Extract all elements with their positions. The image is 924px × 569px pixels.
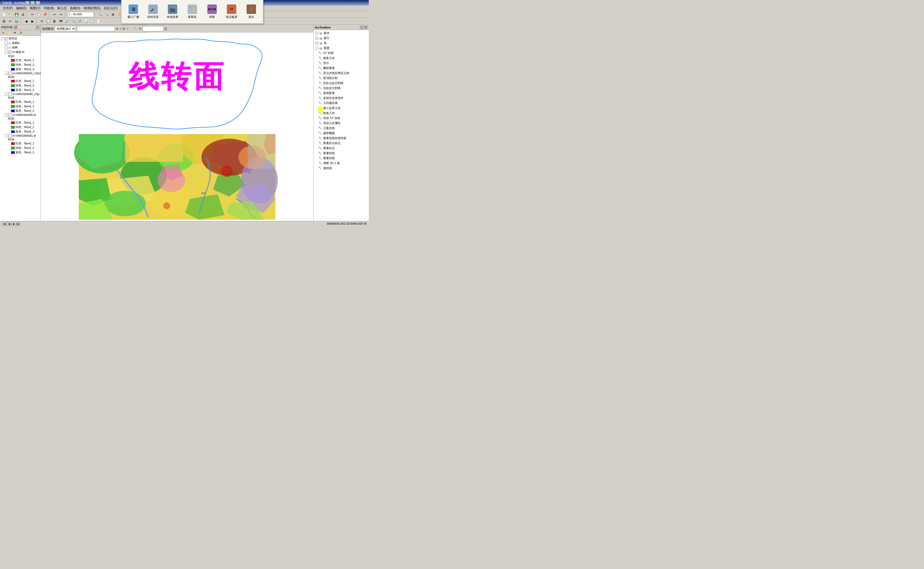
geo-tool3[interactable]: ⊠ (123, 26, 125, 32)
toolbox-item-feat-to-pt[interactable]: 🔧 要素转点 (314, 146, 368, 151)
toolbox-item-add-geom-attr[interactable]: 🔧 添加几何属性 (314, 121, 368, 126)
toc-list-by-visibility[interactable]: 👁 (12, 30, 18, 36)
toc-layer-tif81[interactable]: - 🗃 H48G066081.tif (0, 134, 40, 137)
expand-table[interactable]: + (315, 42, 318, 45)
print-button[interactable]: 🖨 (20, 12, 26, 17)
geo-tool7[interactable]: ⚙ (139, 26, 141, 32)
toc-band-tif81-r[interactable]: 红色：Band_1 (0, 141, 40, 146)
toc-check-clip80[interactable] (8, 93, 12, 96)
arctoolbox-close[interactable]: × (364, 26, 368, 29)
redo-button[interactable]: ↪ (58, 12, 64, 17)
close-button[interactable]: × (36, 1, 40, 5)
magnifier-button[interactable]: 🔎 (64, 18, 70, 24)
new-button[interactable]: 📄 (1, 12, 7, 17)
toolbox-item-unsplit[interactable]: 🔧 取消线分割 (314, 76, 368, 81)
menu-insert[interactable]: 插入(I) (56, 6, 68, 11)
clear-button[interactable]: 🗑 (52, 18, 58, 24)
nav-first-button[interactable]: |◀ (2, 222, 6, 226)
toc-list-by-selection[interactable]: ☑ (18, 30, 24, 36)
toc-expand-mosaic[interactable]: - (5, 50, 8, 54)
toc-expand-research[interactable]: - (1, 37, 4, 40)
table-button[interactable]: 📋 (90, 18, 95, 24)
toc-check-research[interactable] (5, 37, 8, 40)
toc-layer-yuwang[interactable]: ▭ 渔网 (0, 45, 40, 50)
toc-band-tif80-r[interactable]: 红色：Band_1 (0, 120, 40, 125)
rotate-button[interactable]: ↻ (39, 18, 45, 24)
ribbon-btn-voice[interactable]: 🎤 实时语音 (145, 3, 161, 20)
toolbox-item-feat-vertices-to-pts[interactable]: 🔧 要素折点转点 (314, 141, 368, 146)
toc-layer-tif80[interactable]: - 🗃 H48G066080.tif (0, 113, 40, 117)
toc-pin-button[interactable]: 📌 (14, 26, 17, 29)
ribbon-btn-pen[interactable]: ✏️ 屏幕笔 (184, 3, 200, 20)
nav-next-button[interactable]: ▶ (12, 222, 16, 226)
toolbox-item-feat-to-poly[interactable]: 🔧 要素转面 (314, 156, 368, 161)
toolbox-item-envelope-to-poly[interactable]: 🔧 要素包络矩形转面 (314, 135, 368, 141)
expand-index[interactable]: + (315, 37, 318, 40)
toc-list-by-source[interactable]: 📁 (6, 30, 12, 36)
toolbox-item-clip-ellipse[interactable]: 🔧 裁剪椭圆 (314, 131, 368, 135)
editor-button[interactable]: ✏ (8, 18, 13, 24)
toc-check-tif80[interactable] (8, 113, 12, 116)
toc-band-tif80-g[interactable]: 绿色：Band_2 (0, 125, 40, 129)
report-button[interactable]: 📑 (96, 18, 102, 24)
toc-band-tif81-b[interactable]: 蓝色：Band_3 (0, 150, 40, 155)
toolbox-item-max-dist[interactable]: 🔧 大到量距离 (314, 100, 368, 106)
toolbox-item-xy-to-line[interactable]: 🔧 XY 转线 (314, 50, 368, 56)
toc-check-tif81[interactable] (8, 134, 12, 137)
toc-band-clip80-b[interactable]: 蓝色：Band_3 (0, 108, 40, 113)
add-data-button[interactable]: ➕ (1, 18, 7, 24)
map-tip-button[interactable]: 💬 (45, 18, 51, 24)
geo-tool4[interactable]: ✓ (126, 26, 129, 32)
maximize-button[interactable]: □ (30, 1, 35, 5)
toc-close-button[interactable]: × (36, 26, 40, 29)
toolbox-item-points-to-line[interactable]: 🔧 点集转线 (314, 126, 368, 131)
menu-geoprocessing[interactable]: 地理处理(G) (82, 6, 102, 11)
toolbox-item-split[interactable]: 🔧 切分 (314, 61, 368, 65)
toc-band-tif81-g[interactable]: 绿色：Band_2 (0, 146, 40, 150)
geo-tool2[interactable]: + (120, 26, 122, 32)
geo-tool6[interactable]: 🔧 (134, 26, 138, 32)
toolbox-item-repair-geom[interactable]: 🔧 修复几何 (314, 56, 368, 61)
map-area[interactable]: 线转面 (41, 33, 313, 221)
menu-view[interactable]: 视图(V) (28, 6, 42, 11)
toc-expand-tif81[interactable]: - (5, 134, 8, 137)
menu-bookmark[interactable]: 书签(B) (42, 6, 56, 11)
toc-band-clip80-g[interactable]: 绿色：Band_2 (0, 104, 40, 108)
minimize-button[interactable]: _ (25, 1, 29, 5)
ribbon-btn-screenshot[interactable]: ✂ 笔记截屏 (223, 3, 239, 20)
hyperlink-button[interactable]: 🔗 (77, 18, 83, 24)
find-button[interactable]: 🔍 (71, 18, 76, 24)
toolbox-item-split-at-vertices[interactable]: 🔧 在折点处分割线 (314, 81, 368, 85)
geo-search-input[interactable] (143, 26, 164, 31)
toc-check-yuwangty[interactable] (5, 42, 8, 45)
toc-layer-clip1[interactable]: - 🗃 H48G066081_Clip1 (0, 72, 40, 75)
menu-file[interactable]: 文件(F) (1, 6, 15, 11)
zoom-out-button[interactable]: 🔍 (104, 12, 109, 17)
ribbon-btn-record[interactable]: 🎬 本地录屏 (165, 3, 181, 20)
nav-last-button[interactable]: ▶| (16, 222, 21, 226)
toc-expand-clip80[interactable]: - (5, 93, 8, 96)
toc-band-clip80-r[interactable]: 红色：Band_1 (0, 100, 40, 104)
arctoolbox-pin[interactable]: □ (360, 26, 363, 29)
toc-band-clip1-g[interactable]: 绿色：Band_2 (0, 83, 40, 88)
zoom-next-button[interactable]: ▶ (29, 18, 35, 24)
toc-check-mosaic[interactable] (8, 50, 12, 54)
toc-band-clip1-r[interactable]: 红色：Band_1 (0, 79, 40, 83)
layer-button[interactable]: 🗂 (14, 18, 20, 24)
window-controls[interactable]: _ □ × (25, 1, 40, 5)
undo-button[interactable]: ↩ (52, 12, 58, 17)
toolbox-item-multipart-to-single[interactable]: 🔧 多部件至单部件 (314, 96, 368, 100)
toc-band-mosaic-b[interactable]: 蓝色：Band_3 (0, 67, 40, 72)
graph-button[interactable]: 📊 (83, 18, 89, 24)
toolbox-item-bearing-dist[interactable]: 🔧 原点夹角距离定义线 (314, 71, 368, 76)
toolbox-item-feat-to-line[interactable]: 🔧 要素转线 (314, 151, 368, 156)
toc-list-by-drawing[interactable]: ≡ (0, 30, 6, 36)
zoom-prev-button[interactable]: ◀ (23, 18, 29, 24)
toc-expand-tif80[interactable]: - (5, 113, 8, 116)
toolbox-item-adjust-3dz[interactable]: 🔧 调整 3D Z 值 (314, 161, 368, 166)
full-extent-button[interactable]: ⊞ (110, 12, 116, 17)
toc-layer-clip80[interactable]: - 🗃 H48G066080_Clip (0, 92, 40, 96)
toolbox-item-add-xy[interactable]: 🔧 添加 XY 坐标 (314, 116, 368, 121)
toolbox-item-version[interactable]: + 🗂 版本 (314, 30, 368, 35)
toc-check-clip1[interactable] (8, 72, 12, 75)
